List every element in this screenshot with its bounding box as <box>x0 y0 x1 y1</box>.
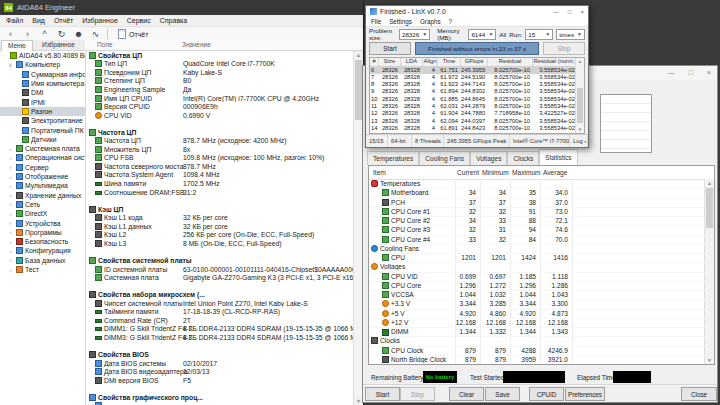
expand-arrow[interactable]: › <box>7 220 14 226</box>
sidebar-item-5[interactable]: IPMI <box>0 98 85 107</box>
result-row-14[interactable]: 142832628328461.891244.84238.025700e-103… <box>370 125 584 132</box>
info-row-15[interactable]: Шина памяти1702.5 MHz <box>86 179 354 188</box>
refresh-icon[interactable]: ↻ <box>56 28 67 40</box>
info-row-22[interactable]: Кэш L38 МБ (On-Die, ECC, Full-Speed) <box>86 239 354 248</box>
info-row-36[interactable]: Дата BIOS системы02/10/2017 <box>86 359 354 368</box>
expand-arrow[interactable]: › <box>7 257 14 263</box>
info-row-31[interactable]: Command Rate (CR)2T <box>86 316 354 325</box>
expand-arrow[interactable]: › <box>7 248 14 254</box>
info-row-20[interactable]: Кэш L1 данных32 КБ per core <box>86 222 354 231</box>
memory-select[interactable]: 6144▼ <box>468 29 496 40</box>
menu-item-0[interactable]: Файл <box>6 17 23 24</box>
close-icon[interactable]: × <box>580 9 584 15</box>
section-row-35[interactable]: Свойства BIOS <box>86 350 354 359</box>
scroll-down-icon[interactable]: ▼ <box>576 126 584 133</box>
close-button[interactable]: Close <box>681 387 717 401</box>
result-row-6[interactable]: 62832628328461.751245.39558.025700e-103.… <box>370 67 584 74</box>
sidebar-item-23[interactable]: ›Тест <box>0 265 85 274</box>
sidebar-item-22[interactable]: ›База данных <box>0 256 85 265</box>
sidebar-item-12[interactable]: ›Сервер <box>0 163 85 172</box>
scroll-down-icon[interactable]: ▼ <box>705 356 714 364</box>
maximize-button[interactable]: □ <box>689 69 693 76</box>
tab-favorites[interactable]: Избранное <box>36 40 81 50</box>
sidebar-item-6[interactable]: Разгон <box>0 107 85 116</box>
info-row-5[interactable]: Имя ЦП CPUIDIntel(R) Core(TM) i7-7700K C… <box>86 94 354 103</box>
stat-column-1[interactable]: Current <box>457 169 479 176</box>
column-header-0[interactable]: # <box>370 58 379 66</box>
info-row-29[interactable]: Чипсет системной платыIntel Union Point … <box>86 299 354 308</box>
sidebar-item-17[interactable]: ›DirectX <box>0 209 85 218</box>
section-row-0[interactable]: Свойства ЦП <box>86 51 354 60</box>
info-row-26[interactable]: Системная платаGigabyte GA-Z270-Gaming K… <box>86 273 354 282</box>
scrollbar-thumb[interactable] <box>577 88 583 123</box>
sidebar-item-9[interactable]: Датчики <box>0 135 85 144</box>
stat-column-0[interactable]: Item <box>373 169 386 176</box>
sidebar-item-8[interactable]: Портативный ПК <box>0 125 85 134</box>
menu-item-1[interactable]: Вид <box>32 17 45 24</box>
user-icon[interactable]: ☻ <box>73 28 84 40</box>
linx-menu-item-1[interactable]: Settings <box>389 18 412 25</box>
scroll-up-icon[interactable]: ▲ <box>354 51 363 59</box>
linx-menu-item-2[interactable]: Graphs <box>420 18 441 25</box>
linx-menu-item-0[interactable]: File <box>371 18 381 25</box>
expand-arrow[interactable]: › <box>7 155 14 161</box>
expand-arrow[interactable]: › <box>7 183 14 189</box>
minimize-button[interactable]: — <box>553 9 559 15</box>
expand-arrow[interactable]: › <box>7 146 14 152</box>
sidebar-item-4[interactable]: DMI <box>0 88 85 97</box>
info-row-32[interactable]: DIMM1: G Skill TridentZ F4-3...8 ГБ DDR4… <box>86 325 354 334</box>
stop-button[interactable]: Stop <box>400 387 435 401</box>
info-row-38[interactable]: DMI версия BIOSF5 <box>86 376 354 385</box>
info-row-33[interactable]: DIMM3: G Skill TridentZ F4-3...8 ГБ DDR4… <box>86 333 354 342</box>
menu-item-2[interactable]: Отчёт <box>54 17 73 24</box>
stat-item-memory-clock[interactable]: Memory Clock1703170117041702.9 <box>369 364 705 365</box>
tab-statistics[interactable]: Statistics <box>539 149 577 165</box>
column-header-1[interactable]: Size <box>379 58 401 66</box>
tab-cooling-fans[interactable]: Cooling Fans <box>419 151 470 165</box>
column-header-7[interactable]: Residual (norm.) <box>533 58 578 66</box>
result-row-12[interactable]: 122832628328461.904244.78807.718958e-103… <box>370 110 584 117</box>
stat-column-2[interactable]: Minimum <box>482 169 509 176</box>
info-row-16[interactable]: Соотношение DRAM:FSB31:2 <box>86 188 354 197</box>
sidebar-item-15[interactable]: ›Хранение данных <box>0 191 85 200</box>
tab-temperatures[interactable]: Temperatures <box>367 151 419 165</box>
up-icon[interactable]: ^ <box>39 28 50 40</box>
results-scrollbar[interactable]: ▲ ▼ <box>575 58 584 133</box>
tab-voltages[interactable]: Voltages <box>470 151 507 165</box>
info-row-19[interactable]: Кэш L1 кода32 КБ per core <box>86 213 354 222</box>
preferences-button[interactable]: Preferences <box>565 387 605 401</box>
stop-button[interactable]: Stop <box>543 42 585 55</box>
menu-item-4[interactable]: Сервис <box>127 17 151 24</box>
expand-arrow[interactable]: ∨ <box>7 61 14 68</box>
scrollbar-thumb[interactable] <box>355 60 362 120</box>
sidebar-item-2[interactable]: Суммарная информация <box>0 70 85 79</box>
info-row-3[interactable]: Степпинг ЦПB0 <box>86 77 354 86</box>
scroll-up-icon[interactable]: ▲ <box>705 179 714 187</box>
chart-icon[interactable]: ∿ <box>90 28 101 40</box>
info-row-1[interactable]: Тип ЦПQuadCore Intel Core i7-7700K <box>86 60 354 69</box>
section-row-24[interactable]: Свойства системной платы <box>86 256 354 265</box>
section-row-40[interactable]: Свойства графического проц... <box>86 393 354 402</box>
column-header-5[interactable]: GFlops <box>461 58 488 66</box>
info-row-2[interactable]: Псевдоним ЦПKaby Lake-S <box>86 68 354 77</box>
info-row-37[interactable]: Дата BIOS видеоадаптера12/03/13 <box>86 367 354 376</box>
run-select[interactable]: 15▼ <box>525 29 553 40</box>
info-row-11[interactable]: Множитель ЦП8x <box>86 145 354 154</box>
sidebar-item-1[interactable]: ∨Компьютер <box>0 60 85 69</box>
info-row-6[interactable]: Версия CPUID000906E9h <box>86 102 354 111</box>
start-button[interactable]: Start <box>369 42 411 55</box>
cpuid-button[interactable]: CPUID <box>529 387 564 401</box>
stat-column-4[interactable]: Average <box>543 169 567 176</box>
expand-arrow[interactable]: › <box>7 267 14 273</box>
close-icon[interactable]: × <box>707 69 711 76</box>
column-header-6[interactable]: Residual <box>488 58 533 66</box>
expand-arrow[interactable]: › <box>7 174 14 180</box>
start-button[interactable]: Start <box>365 387 400 401</box>
back-icon[interactable]: ‹ <box>5 28 16 40</box>
section-row-28[interactable]: Свойства набора микросхем (... <box>86 290 354 299</box>
clear-button[interactable]: Clear <box>449 387 484 401</box>
info-row-14[interactable]: Частота System Agent1098.4 MHz <box>86 171 354 180</box>
maximize-button[interactable]: □ <box>568 9 572 15</box>
expand-arrow[interactable]: › <box>7 192 14 198</box>
forward-icon[interactable]: › <box>22 28 33 40</box>
